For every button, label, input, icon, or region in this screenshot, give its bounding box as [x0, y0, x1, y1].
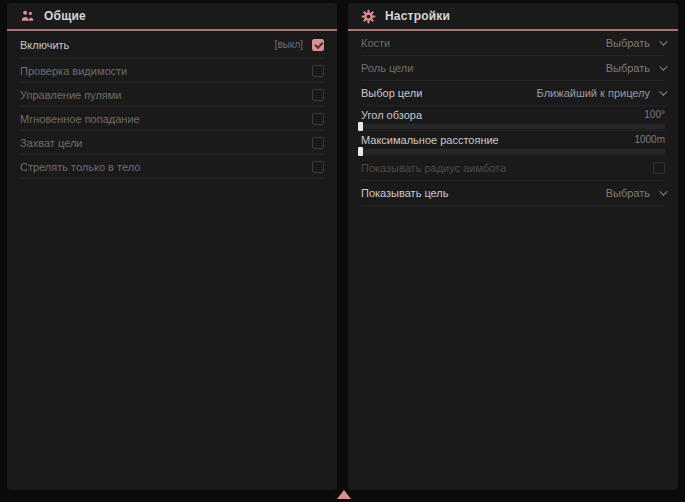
- toggle-label: Включить: [20, 39, 69, 51]
- bullet-control-checkbox[interactable]: [312, 89, 324, 101]
- dropdown-label: Выбор цели: [361, 87, 422, 99]
- dropdown-label: Роль цели: [361, 62, 413, 74]
- dropdown-row-target-selection[interactable]: Выбор цели Ближайший к прицелу: [361, 81, 665, 106]
- dropdown-row-target-role[interactable]: Роль цели Выбрать: [361, 56, 665, 81]
- expand-arrow[interactable]: [337, 490, 351, 499]
- dropdown-label: Показывать цель: [361, 187, 449, 199]
- instant-hit-checkbox[interactable]: [312, 113, 324, 125]
- dropdown-label: Кости: [361, 37, 390, 49]
- toggle-row-target-lock[interactable]: Захват цели: [20, 131, 324, 155]
- slider-row-fov: Угол обзора 100°: [361, 106, 665, 131]
- slider-thumb[interactable]: [358, 147, 363, 156]
- toggle-row-visibility-check[interactable]: Проверка видимости: [20, 59, 324, 83]
- body-only-checkbox[interactable]: [312, 161, 324, 173]
- panel-general: Общие Включить [выкл] Проверка видимости…: [7, 3, 337, 490]
- target-lock-checkbox[interactable]: [312, 137, 324, 149]
- slider-label: Максимальное расстояние: [361, 134, 499, 146]
- state-tag: [выкл]: [275, 39, 303, 50]
- visibility-check-checkbox[interactable]: [312, 65, 324, 77]
- panel-settings: Настройки Кости Выбрать Роль цели Выбрат…: [348, 3, 678, 490]
- dropdown-value: Выбрать: [606, 187, 650, 199]
- toggle-row-instant-hit[interactable]: Мгновенное попадание: [20, 107, 324, 131]
- toggle-row-body-only[interactable]: Стрелять только в тело: [20, 155, 324, 179]
- dropdown-value: Выбрать: [606, 37, 650, 49]
- toggle-label: Управление пулями: [20, 89, 122, 101]
- toggle-row-enable[interactable]: Включить [выкл]: [20, 31, 324, 59]
- dropdown-value: Выбрать: [606, 62, 650, 74]
- target-role-dropdown[interactable]: Выбрать: [606, 62, 665, 74]
- max-distance-slider[interactable]: [361, 149, 665, 154]
- fov-slider[interactable]: [361, 124, 665, 129]
- slider-value: 100°: [644, 109, 665, 120]
- toggle-row-show-aimbot-radius[interactable]: Показывать радиус аимбота: [361, 156, 665, 181]
- chevron-down-icon: [659, 87, 667, 95]
- show-aimbot-radius-checkbox[interactable]: [653, 162, 665, 174]
- slider-value: 1000m: [634, 134, 665, 145]
- panel-general-header: Общие: [7, 3, 337, 31]
- gear-icon: [361, 9, 376, 24]
- panel-title-settings: Настройки: [385, 9, 450, 23]
- bones-dropdown[interactable]: Выбрать: [606, 37, 665, 49]
- chevron-down-icon: [659, 187, 667, 195]
- toggle-label: Показывать радиус аимбота: [361, 162, 506, 174]
- dropdown-row-bones[interactable]: Кости Выбрать: [361, 31, 665, 56]
- panel-title-general: Общие: [44, 9, 86, 23]
- panel-settings-header: Настройки: [348, 3, 678, 31]
- toggle-label: Проверка видимости: [20, 65, 127, 77]
- toggle-row-bullet-control[interactable]: Управление пулями: [20, 83, 324, 107]
- slider-row-max-distance: Максимальное расстояние 1000m: [361, 131, 665, 156]
- chevron-down-icon: [659, 37, 667, 45]
- slider-thumb[interactable]: [358, 122, 363, 131]
- slider-label: Угол обзора: [361, 109, 422, 121]
- chevron-down-icon: [659, 62, 667, 70]
- toggle-label: Стрелять только в тело: [20, 161, 140, 173]
- toggle-label: Захват цели: [20, 137, 82, 149]
- show-target-dropdown[interactable]: Выбрать: [606, 187, 665, 199]
- enable-checkbox[interactable]: [312, 39, 324, 51]
- target-selection-dropdown[interactable]: Ближайший к прицелу: [537, 87, 665, 99]
- dropdown-row-show-target[interactable]: Показывать цель Выбрать: [361, 181, 665, 206]
- toggle-label: Мгновенное попадание: [20, 113, 140, 125]
- people-icon: [20, 9, 35, 23]
- dropdown-value: Ближайший к прицелу: [537, 87, 650, 99]
